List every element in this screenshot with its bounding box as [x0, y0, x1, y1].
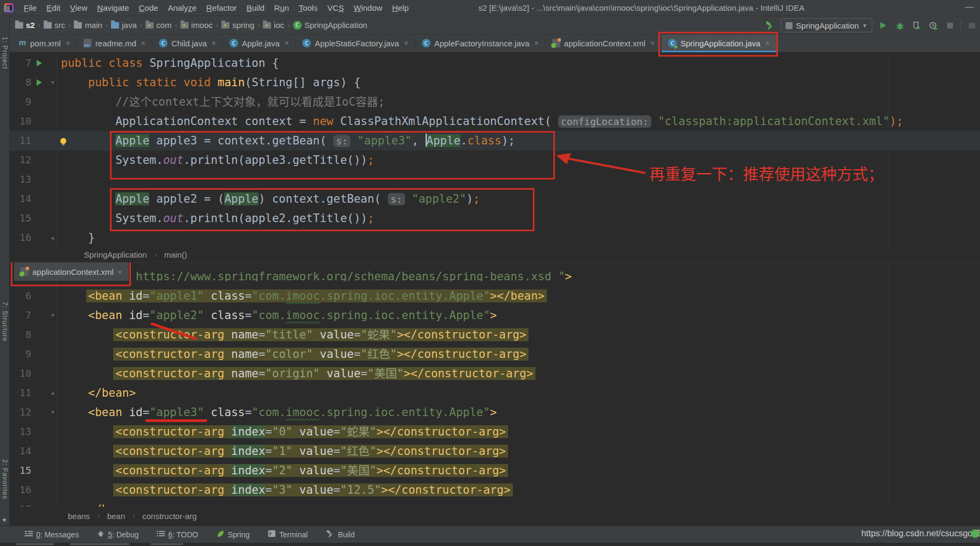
folder-icon	[111, 22, 119, 29]
code-line-13[interactable]: 13 <constructor-arg index="0" value="蛇果"…	[10, 422, 980, 441]
menu-run[interactable]: Run	[269, 0, 294, 16]
tool-switcher-icon[interactable]	[4, 5, 10, 12]
tab-pom-xml[interactable]: pom.xml×	[12, 34, 77, 52]
stripe-project-button[interactable]: 1: Project	[1, 37, 9, 70]
menu-analyze[interactable]: Analyze	[163, 0, 201, 16]
code-line-14[interactable]: 14 <constructor-arg index="1" value="红色"…	[10, 441, 980, 461]
menu-edit[interactable]: Edit	[41, 0, 65, 16]
tab-child-java[interactable]: CChild.java×	[152, 34, 223, 52]
stripe-favorites-button[interactable]: 2: Favorites	[1, 459, 9, 500]
code-line-8[interactable]: 8 <constructor-arg name="title" value="蛇…	[10, 325, 980, 344]
breadcrumb-imooc[interactable]: imooc	[179, 20, 214, 30]
code-line-5[interactable]: https://www.springframework.org/schema/b…	[10, 267, 980, 281]
menu-vcs[interactable]: VCS	[322, 0, 349, 16]
code-line-15[interactable]: 15 <constructor-arg index="2" value="美国"…	[10, 461, 980, 480]
fold-close-icon[interactable]: ▵	[51, 383, 55, 403]
profiler-icon[interactable]	[927, 19, 939, 31]
code-line-15[interactable]: 15 System.out.println(apple2.getTitle())…	[10, 209, 980, 228]
run-gutter-icon[interactable]	[37, 53, 42, 73]
breadcrumb-com[interactable]: com	[144, 20, 172, 30]
code-line-7[interactable]: 7public class SpringApplication {	[10, 53, 980, 73]
menu-tools[interactable]: Tools	[294, 0, 322, 16]
statusbar-spring-button[interactable]: Spring	[217, 530, 249, 540]
fold-open-icon[interactable]: ▿	[51, 73, 55, 92]
menu-navigate[interactable]: Navigate	[92, 0, 134, 16]
breadcrumb-s2[interactable]: s2	[14, 20, 36, 30]
breadcrumb-constructorarg[interactable]: constructor-arg	[139, 512, 200, 521]
stripe-structure-button[interactable]: 7: Structure	[1, 302, 9, 342]
more-icon[interactable]	[966, 19, 978, 31]
close-icon[interactable]: ×	[534, 39, 539, 47]
tool-window-stripe: 1: Project 7: Structure 2: Favorites ★	[0, 16, 10, 526]
coverage-icon[interactable]	[911, 19, 922, 31]
code-line-16[interactable]: 16 <constructor-arg index="3" value="12.…	[10, 480, 980, 500]
menu-build[interactable]: Build	[241, 0, 269, 16]
close-icon[interactable]: ×	[141, 39, 145, 47]
minimize-icon[interactable]: —	[965, 0, 974, 16]
breadcrumb-main[interactable]: main	[73, 20, 103, 30]
close-icon[interactable]: ×	[212, 39, 216, 47]
close-icon[interactable]: ×	[66, 39, 70, 47]
code-line-7[interactable]: 7▿ <bean id="apple2" class="com.imooc.sp…	[10, 306, 980, 325]
breadcrumb-beans[interactable]: beans	[65, 512, 93, 521]
code-line-10[interactable]: 10 ApplicationContext context = new Clas…	[10, 112, 980, 131]
favorites-star-icon[interactable]: ★	[2, 516, 7, 523]
fold-close-icon[interactable]: ▵	[51, 228, 55, 247]
statusbar-todo-button[interactable]: 6: TODO	[157, 530, 198, 539]
tab-apple-java[interactable]: CApple.java×	[223, 34, 296, 52]
stop-icon[interactable]	[944, 19, 956, 31]
xml-editor[interactable]: https://www.springframework.org/schema/b…	[10, 262, 980, 507]
run-config-selector[interactable]: SpringApplication▼	[781, 18, 872, 32]
tab-applestaticfactory-java[interactable]: CAppleStaticFactory.java×	[296, 34, 415, 52]
breadcrumb-springapplication[interactable]: SpringApplication	[81, 250, 150, 259]
code-line-17[interactable]: 17 </bean>	[10, 500, 980, 507]
menu-help[interactable]: Help	[387, 0, 414, 16]
watermark-link[interactable]: https://blog.csdn.net/csucsgoat E	[861, 529, 980, 538]
menu-file[interactable]: File	[19, 0, 41, 16]
breadcrumb-ioc[interactable]: ioc	[262, 20, 285, 30]
code-line-8[interactable]: 8▿ public static void main(String[] args…	[10, 73, 980, 92]
code-line-6[interactable]: 6 <bean id="apple1" class="com.imooc.spr…	[10, 286, 980, 306]
breadcrumb-java[interactable]: java	[110, 20, 138, 30]
code-line-9[interactable]: 9 //这个context上下文对象，就可以看成是IoC容器;	[10, 92, 980, 112]
run-icon[interactable]	[877, 19, 889, 31]
code-line-10[interactable]: 10 <constructor-arg name="origin" value=…	[10, 364, 980, 383]
code-line-11[interactable]: 11▵ </bean>	[10, 383, 980, 403]
breadcrumb-springapplication[interactable]: CSpringApplication	[292, 20, 369, 30]
code-line-11[interactable]: 11 Apple apple3 = context.getBean( s: "a…	[10, 131, 980, 150]
tab-readme-md[interactable]: readme.md×	[77, 34, 152, 52]
tab-springapplication-java[interactable]: CSpringApplication.java×	[662, 34, 777, 52]
code-line-9[interactable]: 9 <constructor-arg name="color" value="红…	[10, 344, 980, 364]
breadcrumb-main[interactable]: main()	[161, 250, 191, 259]
breadcrumb-src[interactable]: src	[43, 20, 66, 30]
code-line-14[interactable]: 14 Apple apple2 = (Apple) context.getBea…	[10, 189, 980, 209]
menu-window[interactable]: Window	[349, 0, 387, 16]
menu-view[interactable]: View	[65, 0, 92, 16]
statusbar-terminal-button[interactable]: Terminal	[268, 530, 308, 539]
menu-code[interactable]: Code	[134, 0, 163, 16]
build-hammer-icon[interactable]	[764, 19, 776, 31]
breadcrumb-spring[interactable]: spring	[220, 20, 255, 30]
code-line-16[interactable]: 16▵ }	[10, 228, 980, 247]
close-icon[interactable]: ×	[650, 39, 655, 47]
chevron-right-icon: ›	[150, 251, 161, 259]
breadcrumb-bean[interactable]: bean	[104, 512, 128, 521]
close-icon[interactable]: ×	[284, 39, 289, 47]
status-bar: 0: Messages5: Debug6: TODOSpringTerminal…	[0, 526, 980, 543]
line-number: 8	[10, 325, 31, 344]
tab-applefactoryinstance-java[interactable]: CAppleFactoryInstance.java×	[415, 34, 546, 52]
close-icon[interactable]: ×	[765, 39, 769, 47]
line-number: 7	[10, 53, 31, 73]
fold-open-icon[interactable]: ▿	[51, 403, 55, 422]
statusbar-messages-button[interactable]: 0: Messages	[25, 530, 79, 539]
xml-floating-tab[interactable]: applicationContext.xml ×	[14, 262, 129, 281]
close-icon[interactable]: ×	[404, 39, 408, 47]
java-editor[interactable]: 7public class SpringApplication {8▿ publ…	[10, 52, 980, 247]
debug-icon[interactable]	[894, 19, 906, 31]
statusbar-debug-button[interactable]: 5: Debug	[97, 530, 138, 539]
menu-refactor[interactable]: Refactor	[201, 0, 242, 16]
statusbar-build-button[interactable]: Build	[326, 530, 355, 540]
tab-applicationcontext-xml[interactable]: applicationContext.xml×	[546, 34, 662, 52]
fold-open-icon[interactable]: ▿	[51, 306, 55, 325]
run-gutter-icon[interactable]	[37, 73, 42, 92]
